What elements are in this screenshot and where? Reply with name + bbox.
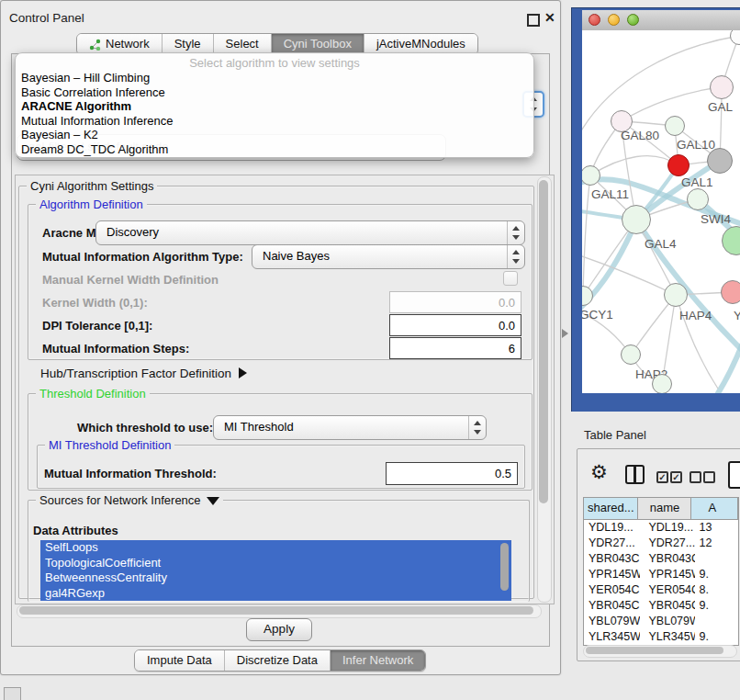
- hub-definition-label: Hub/Transcription Factor Definition: [40, 367, 231, 380]
- table-cell[interactable]: YBR045C: [584, 598, 640, 614]
- table-row[interactable]: YDL19...YDL19...13: [584, 520, 738, 536]
- table-cell[interactable]: YDR27...: [640, 536, 695, 551]
- tab-cyni-toolbox[interactable]: Cyni Toolbox: [272, 34, 364, 54]
- table-row[interactable]: YPR145WYPR145W9.: [584, 567, 738, 582]
- checked-checkbox-icon[interactable]: ✓: [656, 471, 668, 483]
- close-panel-icon[interactable]: ✕: [544, 10, 555, 25]
- dropdown-item[interactable]: Bayesian – K2: [21, 128, 528, 142]
- dropdown-item[interactable]: Basic Correlation Inference: [21, 85, 528, 100]
- settings-vertical-scrollbar[interactable]: [537, 176, 552, 603]
- unchecked-checkbox-icon[interactable]: [690, 471, 701, 483]
- tab-infer-network[interactable]: Infer Network: [331, 650, 425, 671]
- table-cell[interactable]: YDL19...: [584, 520, 640, 536]
- network-canvas[interactable]: GALGAL80GAL10GAL1GAL11SWI4GAL4GCY1HAP4YH…: [582, 30, 740, 393]
- network-node-hap2[interactable]: [621, 344, 641, 365]
- checked-checkbox-icon[interactable]: ✓: [670, 471, 682, 483]
- table-cell[interactable]: YDL19...: [640, 520, 695, 536]
- attribute-list-item[interactable]: SelfLoops: [40, 540, 511, 556]
- mi-threshold-field[interactable]: 0.5: [386, 462, 518, 485]
- aracne-mode-combobox[interactable]: Discovery: [95, 220, 525, 245]
- dropdown-item[interactable]: Mutual Information Inference: [21, 114, 528, 129]
- columns-icon[interactable]: [625, 465, 645, 484]
- network-node[interactable]: [707, 148, 733, 174]
- network-node-gal1[interactable]: [667, 154, 690, 176]
- table-cell[interactable]: YBL079W: [584, 614, 640, 629]
- gear-icon[interactable]: ⚙: [590, 462, 608, 481]
- sources-group-title[interactable]: Sources for Network Inference: [36, 493, 223, 507]
- attributes-list-scrollbar[interactable]: [499, 541, 510, 600]
- table-row[interactable]: YDR27...YDR27...12: [584, 536, 738, 551]
- network-node-hap4[interactable]: [664, 283, 688, 307]
- close-window-icon[interactable]: [589, 14, 600, 26]
- hub-definition-toggle[interactable]: Hub/Transcription Factor Definition: [40, 367, 247, 380]
- tab-select[interactable]: Select: [214, 34, 272, 54]
- dropdown-item[interactable]: ARACNE Algorithm: [21, 99, 528, 114]
- attribute-list-item[interactable]: TopologicalCoefficient: [40, 556, 511, 571]
- dropdown-item[interactable]: Dream8 DC_TDC Algorithm: [21, 142, 528, 157]
- tab-jactivemnodules[interactable]: jActiveMNodules: [364, 34, 477, 54]
- table-cell[interactable]: YER054C: [640, 582, 695, 598]
- table-cell[interactable]: YBR045C: [640, 598, 695, 614]
- table-cell[interactable]: YPR145W: [640, 567, 695, 582]
- table-row[interactable]: YBR043CYBR043C: [584, 551, 738, 567]
- table-row[interactable]: YBR045CYBR045C9.: [584, 598, 738, 614]
- table-cell[interactable]: 9.: [695, 598, 738, 614]
- table-cell[interactable]: YLR345W: [584, 629, 640, 645]
- minimize-window-icon[interactable]: [608, 14, 620, 26]
- mi-steps-field[interactable]: 6: [389, 337, 521, 359]
- panel-grip-icon[interactable]: [4, 687, 21, 700]
- table-cell[interactable]: 9.: [695, 567, 738, 582]
- table-cell[interactable]: YER054C: [584, 582, 640, 598]
- dpi-tolerance-field[interactable]: 0.0: [389, 314, 521, 336]
- network-node[interactable]: [652, 374, 672, 393]
- column-header-partial[interactable]: A: [691, 498, 738, 519]
- which-threshold-combobox[interactable]: MI Threshold: [213, 415, 487, 440]
- data-attributes-label: Data Attributes: [33, 524, 118, 537]
- network-node-y[interactable]: [721, 280, 740, 304]
- table-cell[interactable]: YBR043C: [584, 551, 640, 567]
- apply-button[interactable]: Apply: [246, 618, 312, 641]
- table-cell[interactable]: [695, 551, 738, 567]
- scrollbar-thumb[interactable]: [539, 180, 548, 503]
- attribute-list-item[interactable]: gal4RGexp: [40, 586, 511, 602]
- table-row[interactable]: YBL079WYBL079W: [584, 614, 738, 629]
- kernel-width-field[interactable]: 0.0: [389, 291, 521, 313]
- float-panel-icon[interactable]: [527, 14, 540, 27]
- tab-network[interactable]: Network: [77, 34, 163, 54]
- tab-discretize-data[interactable]: Discretize Data: [225, 650, 331, 671]
- table-cell[interactable]: 12: [695, 536, 738, 551]
- table-horizontal-scrollbar[interactable]: [583, 645, 737, 658]
- table-cell[interactable]: 9.: [695, 629, 738, 645]
- splitter-arrow-icon[interactable]: [562, 329, 568, 338]
- network-node-gal[interactable]: [710, 75, 734, 99]
- column-header-name[interactable]: name: [638, 498, 691, 519]
- table-cell[interactable]: YPR145W: [584, 567, 640, 582]
- table-row[interactable]: YER054CYER054C8.: [584, 582, 738, 598]
- table-row[interactable]: YLR345WYLR345W9.: [584, 629, 738, 645]
- settings-horizontal-scrollbar[interactable]: [17, 604, 542, 618]
- unchecked-checkbox-icon[interactable]: [703, 471, 715, 483]
- column-header-shared-name[interactable]: shared...: [584, 498, 638, 519]
- scrollbar-thumb[interactable]: [19, 606, 533, 615]
- dropdown-item[interactable]: Bayesian – Hill Climbing: [21, 71, 528, 85]
- network-window-titlebar[interactable]: [582, 10, 740, 31]
- zoom-window-icon[interactable]: [627, 14, 639, 26]
- table-cell[interactable]: 13: [695, 520, 738, 536]
- table-cell[interactable]: [695, 614, 738, 629]
- table-cell[interactable]: YBR043C: [640, 551, 695, 567]
- table-cell[interactable]: 8.: [695, 582, 738, 598]
- scrollbar-thumb[interactable]: [500, 543, 509, 591]
- network-node-gal4[interactable]: [622, 205, 651, 234]
- attribute-list-item[interactable]: BetweennessCentrality: [40, 570, 511, 586]
- network-node-gal10[interactable]: [665, 116, 685, 136]
- mi-algorithm-type-combobox[interactable]: Naive Bayes: [252, 244, 525, 269]
- document-icon[interactable]: [728, 461, 740, 489]
- table-cell[interactable]: YBL079W: [640, 614, 695, 629]
- tab-style[interactable]: Style: [163, 34, 214, 54]
- scrollbar-thumb[interactable]: [586, 647, 723, 654]
- table-cell[interactable]: YDR27...: [584, 536, 640, 551]
- manual-kernel-width-checkbox[interactable]: [503, 271, 518, 286]
- network-node-swi4[interactable]: [687, 188, 709, 210]
- tab-impute-data[interactable]: Impute Data: [135, 650, 225, 671]
- table-cell[interactable]: YLR345W: [640, 629, 695, 645]
